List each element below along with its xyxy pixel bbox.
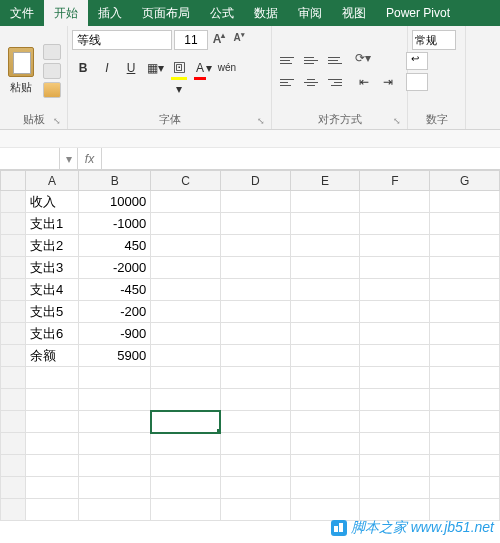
underline-button[interactable]: U	[120, 58, 142, 78]
font-color-button[interactable]: A▾	[192, 58, 214, 78]
cell[interactable]	[360, 191, 430, 213]
col-header-A[interactable]: A	[25, 171, 78, 191]
cell[interactable]	[220, 257, 290, 279]
col-header-D[interactable]: D	[220, 171, 290, 191]
cell[interactable]	[430, 477, 500, 499]
cell[interactable]	[430, 367, 500, 389]
table-row[interactable]: 支出5-200	[1, 301, 500, 323]
cell[interactable]	[290, 367, 360, 389]
cell[interactable]	[220, 323, 290, 345]
cell[interactable]	[79, 389, 151, 411]
cell[interactable]	[290, 455, 360, 477]
cell[interactable]	[25, 499, 78, 521]
cell[interactable]	[151, 345, 221, 367]
font-launcher[interactable]: ⤡	[257, 116, 265, 126]
cell[interactable]	[79, 433, 151, 455]
tab-data[interactable]: 数据	[244, 0, 288, 26]
cell[interactable]	[25, 411, 78, 433]
cell[interactable]	[220, 345, 290, 367]
cell[interactable]	[430, 345, 500, 367]
cell[interactable]: 支出4	[25, 279, 78, 301]
cell[interactable]: -900	[79, 323, 151, 345]
cell[interactable]	[79, 499, 151, 521]
col-header-E[interactable]: E	[290, 171, 360, 191]
cell[interactable]	[220, 235, 290, 257]
cell[interactable]	[220, 433, 290, 455]
table-row[interactable]	[1, 499, 500, 521]
increase-font-button[interactable]: A▴	[210, 31, 228, 49]
paste-button[interactable]: 粘贴	[4, 47, 38, 95]
cell[interactable]	[290, 499, 360, 521]
tab-file[interactable]: 文件	[0, 0, 44, 26]
cell[interactable]	[430, 235, 500, 257]
decrease-font-button[interactable]: A▾	[230, 31, 248, 49]
table-row[interactable]: 支出3-2000	[1, 257, 500, 279]
cell[interactable]	[151, 191, 221, 213]
cell[interactable]	[290, 257, 360, 279]
cell[interactable]	[430, 191, 500, 213]
cell[interactable]	[290, 411, 360, 433]
row-header[interactable]	[1, 455, 26, 477]
cell[interactable]	[430, 301, 500, 323]
table-row[interactable]	[1, 367, 500, 389]
table-row[interactable]: 余额5900	[1, 345, 500, 367]
font-family-select[interactable]	[72, 30, 172, 50]
align-top-button[interactable]	[276, 51, 298, 69]
cell[interactable]: 支出2	[25, 235, 78, 257]
cell[interactable]	[430, 257, 500, 279]
table-row[interactable]	[1, 455, 500, 477]
row-header[interactable]	[1, 411, 26, 433]
table-row[interactable]	[1, 411, 500, 433]
cell[interactable]	[290, 389, 360, 411]
table-row[interactable]: 支出4-450	[1, 279, 500, 301]
row-header[interactable]	[1, 301, 26, 323]
align-center-button[interactable]	[300, 73, 322, 91]
row-header[interactable]	[1, 235, 26, 257]
clipboard-launcher[interactable]: ⤡	[53, 116, 61, 126]
cell[interactable]	[290, 345, 360, 367]
row-header[interactable]	[1, 191, 26, 213]
cell[interactable]	[151, 301, 221, 323]
formula-input[interactable]	[102, 148, 500, 169]
cell[interactable]	[360, 389, 430, 411]
align-left-button[interactable]	[276, 73, 298, 91]
cell[interactable]: -2000	[79, 257, 151, 279]
cell[interactable]: 450	[79, 235, 151, 257]
number-format-select[interactable]	[412, 30, 456, 50]
name-box[interactable]	[0, 148, 60, 169]
cell[interactable]: 余额	[25, 345, 78, 367]
cell[interactable]	[430, 433, 500, 455]
cell[interactable]	[360, 433, 430, 455]
cell[interactable]	[220, 389, 290, 411]
cell[interactable]: -450	[79, 279, 151, 301]
cell[interactable]	[220, 301, 290, 323]
cell[interactable]	[360, 411, 430, 433]
tab-review[interactable]: 审阅	[288, 0, 332, 26]
cut-button[interactable]	[43, 44, 61, 60]
cell[interactable]	[290, 279, 360, 301]
border-button[interactable]: ▦▾	[144, 58, 166, 78]
wrap-text-button[interactable]	[406, 52, 428, 70]
fx-button[interactable]: fx	[78, 148, 102, 169]
table-row[interactable]: 支出1-1000	[1, 213, 500, 235]
align-middle-button[interactable]	[300, 51, 322, 69]
cell[interactable]	[220, 411, 290, 433]
cell[interactable]	[151, 455, 221, 477]
cell[interactable]	[25, 433, 78, 455]
table-row[interactable]	[1, 389, 500, 411]
table-row[interactable]: 收入10000	[1, 191, 500, 213]
cell[interactable]	[25, 455, 78, 477]
tab-insert[interactable]: 插入	[88, 0, 132, 26]
increase-indent-button[interactable]: ⇥	[377, 72, 399, 92]
cell[interactable]	[360, 477, 430, 499]
cell[interactable]	[25, 389, 78, 411]
cell[interactable]	[430, 455, 500, 477]
cell[interactable]: -200	[79, 301, 151, 323]
cell[interactable]	[290, 433, 360, 455]
cell[interactable]	[220, 367, 290, 389]
cell[interactable]	[220, 499, 290, 521]
cell[interactable]	[430, 411, 500, 433]
row-header[interactable]	[1, 257, 26, 279]
cell[interactable]	[360, 213, 430, 235]
table-row[interactable]: 支出6-900	[1, 323, 500, 345]
